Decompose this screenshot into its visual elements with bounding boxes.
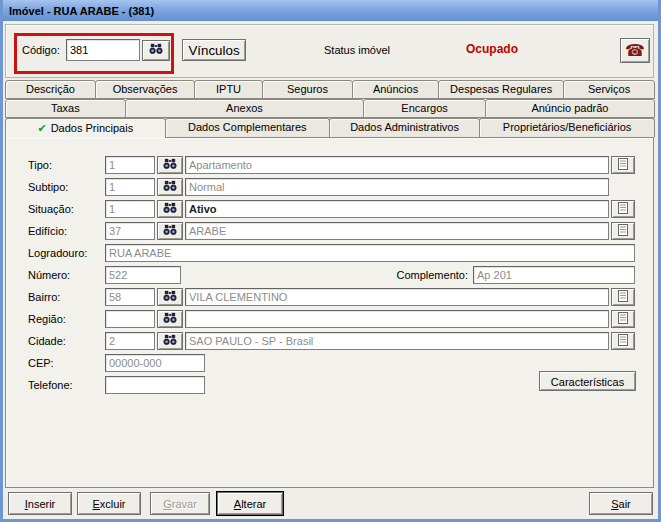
codigo-input[interactable]: 381: [66, 39, 140, 61]
excluir-button[interactable]: Excluir: [77, 492, 141, 515]
telefone-label: Telefone:: [28, 379, 73, 391]
regiao-value-input[interactable]: [185, 310, 609, 328]
titlebar[interactable]: Imóvel - RUA ARABE - (381): [3, 0, 658, 21]
tab-anuncio-padrao[interactable]: Anúncio padrão: [485, 99, 655, 118]
binoculars-icon: [163, 312, 177, 327]
binoculars-icon: [163, 224, 177, 239]
tipo-search-button[interactable]: [157, 156, 183, 174]
tipo-value-input[interactable]: Apartamento: [185, 156, 609, 174]
gravar-button: Gravar: [150, 492, 210, 515]
sair-button[interactable]: Sair: [589, 492, 653, 515]
tab-encargos[interactable]: Encargos: [363, 99, 485, 118]
logradouro-input[interactable]: RUA ARABE: [105, 244, 635, 262]
regiao-search-button[interactable]: [157, 310, 183, 328]
cidade-value-input[interactable]: SAO PAULO - SP - Brasil: [185, 332, 609, 350]
tab-strip-2: Taxas Anexos Encargos Anúncio padrão: [5, 99, 654, 118]
subtipo-code-input[interactable]: 1: [105, 178, 155, 196]
regiao-code-input[interactable]: [105, 310, 155, 328]
numero-label: Número:: [28, 269, 70, 281]
tab-anuncios[interactable]: Anúncios: [352, 80, 439, 99]
dados-principais-panel: Tipo: 1 Apartamento Subtipo: 1 Normal Si…: [5, 137, 654, 488]
logradouro-row: Logradouro: RUA ARABE: [6, 244, 653, 264]
complemento-label: Complemento:: [378, 269, 468, 281]
tab-anexos[interactable]: Anexos: [125, 99, 365, 118]
bairro-label: Bairro:: [28, 291, 60, 303]
telefone-input[interactable]: [105, 376, 205, 394]
cep-input[interactable]: 00000-000: [105, 354, 205, 372]
tab-servicos[interactable]: Serviços: [563, 80, 655, 99]
edificio-detail-button[interactable]: [611, 222, 635, 240]
cep-label: CEP:: [28, 357, 54, 369]
cidade-code-input[interactable]: 2: [105, 332, 155, 350]
tab-dados-administrativos[interactable]: Dados Administrativos: [329, 118, 480, 137]
regiao-detail-button[interactable]: [611, 310, 635, 328]
note-icon: [618, 224, 628, 239]
check-icon: ✔: [37, 120, 46, 137]
subtipo-search-button[interactable]: [157, 178, 183, 196]
inserir-button[interactable]: Inserir: [8, 492, 72, 515]
tab-observacoes[interactable]: Observações: [95, 80, 195, 99]
subtipo-label: Subtipo:: [28, 181, 68, 193]
alterar-button[interactable]: Alterar: [217, 492, 283, 515]
status-value: Ocupado: [466, 42, 518, 56]
binoculars-icon: [149, 43, 163, 58]
tipo-label: Tipo:: [28, 159, 52, 171]
window-title: Imóvel - RUA ARABE - (381): [9, 5, 154, 17]
binoculars-icon: [163, 180, 177, 195]
caracteristicas-button[interactable]: Características: [539, 371, 636, 391]
vinculos-button[interactable]: Vínculos: [182, 39, 246, 61]
tab-strip-1: Descrição Observações IPTU Seguros Anúnc…: [5, 80, 654, 99]
edificio-value-input[interactable]: ARABE: [185, 222, 609, 240]
bairro-search-button[interactable]: [157, 288, 183, 306]
imovel-window: Imóvel - RUA ARABE - (381) Código: 381 V…: [0, 0, 661, 522]
tab-strip-3: ✔ Dados Principais Dados Complementares …: [5, 118, 654, 137]
tab-descricao[interactable]: Descrição: [5, 80, 96, 99]
status-label: Status imóvel: [324, 44, 390, 56]
situacao-row: Situação: 1 Ativo: [6, 200, 653, 220]
bairro-value-input[interactable]: VILA CLEMENTINO: [185, 288, 609, 306]
tipo-row: Tipo: 1 Apartamento: [6, 156, 653, 176]
phone-icon: ☎: [625, 43, 645, 59]
cidade-row: Cidade: 2 SAO PAULO - SP - Brasil: [6, 332, 653, 352]
bairro-code-input[interactable]: 58: [105, 288, 155, 306]
header-panel: Código: 381 Vínculos Status imóvel Ocupa…: [5, 24, 654, 78]
note-icon: [618, 290, 628, 305]
tab-taxas[interactable]: Taxas: [5, 99, 126, 118]
numero-row: Número: 522 Complemento: Ap 201: [6, 266, 653, 286]
situacao-value-input[interactable]: Ativo: [185, 200, 609, 218]
tab-dados-principais[interactable]: ✔ Dados Principais: [5, 118, 166, 138]
logradouro-label: Logradouro:: [28, 247, 87, 259]
note-icon: [618, 158, 628, 173]
situacao-label: Situação:: [28, 203, 74, 215]
tab-despesas-regulares[interactable]: Despesas Regulares: [438, 80, 564, 99]
binoculars-icon: [163, 334, 177, 349]
phone-button[interactable]: ☎: [620, 38, 650, 63]
subtipo-value-input[interactable]: Normal: [185, 178, 609, 196]
tipo-code-input[interactable]: 1: [105, 156, 155, 174]
bairro-row: Bairro: 58 VILA CLEMENTINO: [6, 288, 653, 308]
note-icon: [618, 202, 628, 217]
edificio-code-input[interactable]: 37: [105, 222, 155, 240]
tab-proprietarios-beneficiarios[interactable]: Proprietários/Beneficiários: [479, 118, 655, 137]
tab-iptu[interactable]: IPTU: [194, 80, 263, 99]
edificio-label: Edifício:: [28, 225, 67, 237]
regiao-row: Região:: [6, 310, 653, 330]
codigo-search-button[interactable]: [142, 40, 170, 61]
tab-dados-complementares[interactable]: Dados Complementares: [165, 118, 330, 137]
edificio-search-button[interactable]: [157, 222, 183, 240]
binoculars-icon: [163, 158, 177, 173]
tab-dados-principais-label: Dados Principais: [51, 120, 134, 137]
regiao-label: Região:: [28, 313, 66, 325]
cidade-search-button[interactable]: [157, 332, 183, 350]
tipo-detail-button[interactable]: [611, 156, 635, 174]
numero-input[interactable]: 522: [105, 266, 181, 284]
tab-seguros[interactable]: Seguros: [262, 80, 353, 99]
situacao-search-button[interactable]: [157, 200, 183, 218]
binoculars-icon: [163, 290, 177, 305]
situacao-detail-button[interactable]: [611, 200, 635, 218]
bairro-detail-button[interactable]: [611, 288, 635, 306]
note-icon: [618, 312, 628, 327]
cidade-detail-button[interactable]: [611, 332, 635, 350]
complemento-input[interactable]: Ap 201: [473, 266, 635, 284]
situacao-code-input[interactable]: 1: [105, 200, 155, 218]
